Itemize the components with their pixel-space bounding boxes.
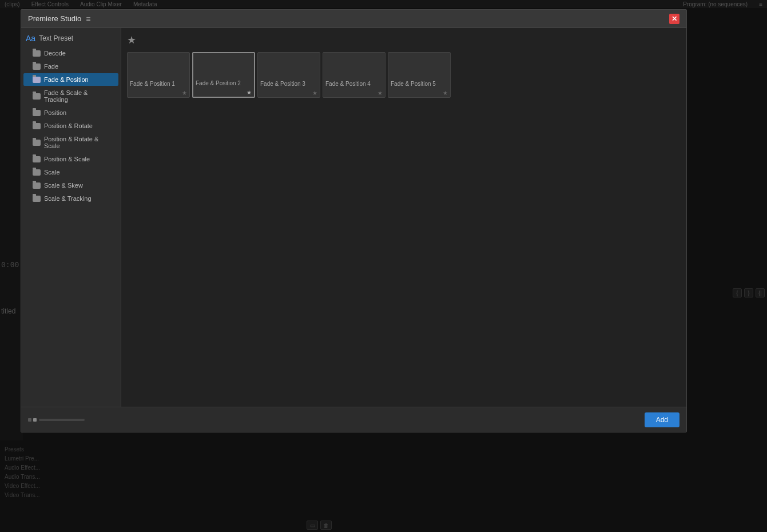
modal-menu-icon[interactable]: ≡ [86, 14, 90, 23]
preset-star-5[interactable]: ★ [443, 90, 448, 96]
content-area: ★ Fade & Position 1 ★ Fade & Position 2 … [121, 28, 686, 407]
sidebar-label-fade: Fade [44, 63, 58, 70]
preset-label-1: Fade & Position 1 [130, 81, 175, 87]
footer-dot-2 [33, 418, 37, 422]
footer-dots [28, 418, 37, 422]
folder-icon-fade-position [33, 77, 41, 83]
modal-close-button[interactable]: ✕ [669, 14, 679, 24]
folder-icon-scale-skew [33, 182, 41, 189]
sidebar-label-position-scale: Position & Scale [44, 156, 90, 162]
sidebar-label-position-rotate-scale: Position & Rotate & Scale [44, 136, 113, 149]
preset-label-5: Fade & Position 5 [391, 81, 436, 87]
folder-icon-decode [33, 50, 41, 57]
sidebar-label-position-rotate: Position & Rotate [44, 122, 93, 129]
sidebar-label-fade-scale-tracking: Fade & Scale & Tracking [44, 89, 113, 103]
sidebar-item-scale-tracking[interactable]: Scale & Tracking [23, 192, 118, 205]
modal-title-text: Premiere Studio [28, 14, 81, 23]
preset-star-2[interactable]: ★ [247, 89, 252, 96]
folder-icon-scale-tracking [33, 196, 41, 202]
preset-star-3[interactable]: ★ [312, 90, 317, 96]
folder-icon-fade [33, 63, 41, 70]
sidebar-label-scale: Scale [44, 169, 60, 176]
preset-star-4[interactable]: ★ [377, 90, 383, 96]
sidebar-label-fade-position: Fade & Position [44, 76, 89, 83]
sidebar-section-header[interactable]: Aa Text Preset [21, 30, 121, 46]
favorites-star-icon[interactable]: ★ [127, 34, 136, 46]
footer-left [28, 418, 85, 422]
add-button[interactable]: Add [645, 412, 679, 427]
sidebar-item-scale[interactable]: Scale [23, 166, 118, 178]
folder-icon-position-rotate-scale [33, 140, 41, 146]
preset-label-3: Fade & Position 3 [260, 81, 305, 87]
preset-item-3[interactable]: Fade & Position 3 ★ [257, 52, 320, 98]
preset-label-2: Fade & Position 2 [196, 80, 241, 86]
folder-icon-position-rotate [33, 123, 41, 129]
preset-star-1[interactable]: ★ [182, 90, 187, 96]
modal-titlebar: Premiere Studio ≡ ✕ [21, 10, 686, 28]
folder-icon-fade-scale-tracking [33, 93, 41, 100]
content-top-bar: ★ [127, 34, 681, 46]
sidebar: Aa Text Preset Decode Fade Fade & Positi… [21, 28, 121, 407]
sidebar-item-decode[interactable]: Decode [23, 47, 118, 59]
modal-body: Aa Text Preset Decode Fade Fade & Positi… [21, 28, 686, 407]
preset-item-5[interactable]: Fade & Position 5 ★ [388, 52, 451, 98]
sidebar-section-label: Text Preset [39, 34, 73, 42]
folder-icon-position [33, 110, 41, 116]
preset-item-4[interactable]: Fade & Position 4 ★ [323, 52, 386, 98]
sidebar-item-fade-position[interactable]: Fade & Position [23, 73, 118, 86]
footer-slider[interactable] [39, 419, 85, 421]
sidebar-label-scale-tracking: Scale & Tracking [44, 195, 92, 202]
modal-footer: Add [21, 407, 686, 432]
sidebar-item-position-rotate[interactable]: Position & Rotate [23, 120, 118, 132]
sidebar-item-fade[interactable]: Fade [23, 60, 118, 73]
sidebar-item-position-rotate-scale[interactable]: Position & Rotate & Scale [23, 133, 118, 152]
preset-label-4: Fade & Position 4 [325, 81, 371, 87]
sidebar-item-position-scale[interactable]: Position & Scale [23, 153, 118, 165]
preset-grid: Fade & Position 1 ★ Fade & Position 2 ★ … [127, 52, 681, 98]
preset-item-2[interactable]: Fade & Position 2 ★ [192, 52, 255, 98]
footer-dot-1 [28, 418, 31, 422]
modal-title-left: Premiere Studio ≡ [28, 14, 90, 23]
preset-item-1[interactable]: Fade & Position 1 ★ [127, 52, 190, 98]
text-preset-icon: Aa [26, 34, 35, 43]
modal-dialog: Premiere Studio ≡ ✕ Aa Text Preset Decod… [21, 9, 687, 432]
sidebar-label-position: Position [44, 109, 66, 116]
sidebar-item-position[interactable]: Position [23, 106, 118, 119]
sidebar-item-fade-scale-tracking[interactable]: Fade & Scale & Tracking [23, 86, 118, 106]
sidebar-item-scale-skew[interactable]: Scale & Skew [23, 179, 118, 192]
folder-icon-scale [33, 169, 41, 176]
folder-icon-position-scale [33, 156, 41, 162]
sidebar-label-scale-skew: Scale & Skew [44, 182, 83, 189]
sidebar-label-decode: Decode [44, 50, 66, 57]
